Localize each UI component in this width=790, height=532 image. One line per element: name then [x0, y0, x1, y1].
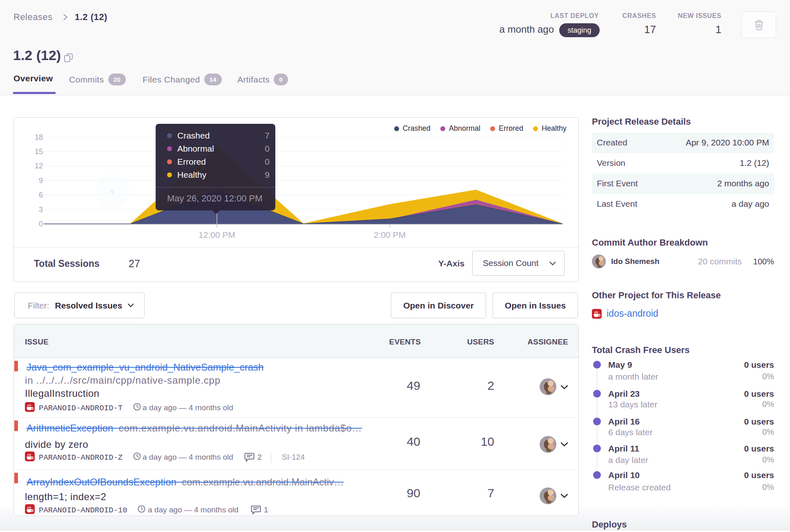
svg-text:2:00 PM: 2:00 PM — [374, 230, 406, 239]
svg-text:15: 15 — [35, 148, 43, 156]
svg-text:0: 0 — [39, 220, 43, 228]
svg-text:18: 18 — [35, 133, 43, 141]
svg-text:0: 0 — [111, 188, 114, 195]
svg-text:12: 12 — [35, 162, 43, 170]
svg-text:12:00 PM: 12:00 PM — [199, 230, 235, 239]
svg-text:9: 9 — [39, 177, 43, 185]
svg-text:3: 3 — [39, 206, 43, 214]
svg-text:6: 6 — [39, 191, 43, 199]
